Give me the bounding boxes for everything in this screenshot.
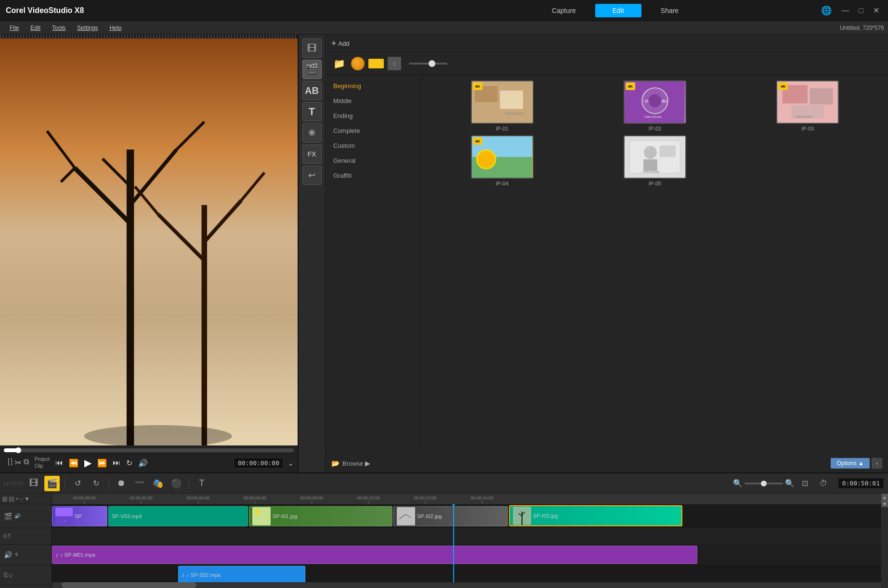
clip-spi02-label: SP-I02.jpg: [417, 513, 442, 519]
zoom-track[interactable]: [744, 483, 783, 484]
plus-icon: +: [15, 496, 19, 502]
tl-redo-btn[interactable]: ↻: [88, 476, 104, 491]
sort-btn[interactable]: ↕: [388, 57, 401, 70]
remove-track-icon[interactable]: ⊟: [9, 495, 14, 503]
zoom-in-btn[interactable]: 🔍: [785, 479, 795, 488]
motion-tool-btn[interactable]: ↩: [302, 166, 322, 185]
thumbnail-ip01[interactable]: 4K VideoStudio IP-01: [428, 80, 576, 131]
options-button[interactable]: Options ▲: [831, 458, 870, 469]
title-tool-btn[interactable]: 🎬: [302, 60, 322, 79]
tl-storyboard-btn[interactable]: 🎞: [26, 476, 41, 491]
collapse-btn[interactable]: ‹: [872, 458, 882, 469]
folder-btn[interactable]: 📁: [331, 56, 347, 71]
tl-timeline-btn[interactable]: 🎬: [44, 476, 60, 491]
forward-end-btn[interactable]: ⏭: [111, 457, 122, 468]
add-track-icon[interactable]: ⊞: [2, 495, 8, 503]
zoom-out-btn[interactable]: 🔍: [733, 479, 743, 488]
clip-spi02[interactable]: SP-I02.jpg: [393, 506, 508, 526]
category-middle[interactable]: Middle: [326, 93, 421, 108]
minimize-btn[interactable]: —: [838, 5, 852, 16]
menu-settings[interactable]: Settings: [71, 23, 104, 33]
thumb-img-ip05: VideoStudio: [624, 135, 686, 179]
clip-spi03[interactable]: SP-I03.jpg: [509, 505, 682, 526]
rewind-start-btn[interactable]: ⏮: [53, 457, 65, 468]
scroll-down-btn[interactable]: ▼: [881, 500, 888, 507]
step-fwd-btn[interactable]: ⏩: [95, 457, 109, 469]
mark-in-btn[interactable]: [: [8, 457, 10, 468]
scrollbar-thumb[interactable]: [62, 582, 196, 588]
loop-btn[interactable]: ↻: [124, 457, 134, 469]
thumbnail-ip03[interactable]: 4K VideoStudio IP-03: [733, 80, 882, 131]
clip-spv03-label: SP-V03.mp4: [112, 513, 142, 519]
type-tool-btn[interactable]: T: [302, 102, 322, 121]
scroll-up-btn[interactable]: ▲: [881, 494, 888, 500]
tl-fit-btn[interactable]: ⊡: [797, 476, 813, 491]
filter-tool-btn[interactable]: ❋: [302, 123, 322, 143]
thumb-corner-ip03: 4K: [778, 82, 788, 90]
category-ending[interactable]: Ending: [326, 108, 421, 123]
volume-btn[interactable]: 🔊: [136, 457, 150, 469]
clip-spv03[interactable]: SP-V03.mp4: [108, 506, 248, 526]
tab-share[interactable]: Share: [643, 4, 696, 17]
timeline-scrollbar[interactable]: [52, 582, 888, 588]
step-back-btn[interactable]: ⏪: [67, 457, 80, 469]
text-tool-btn[interactable]: AB: [302, 81, 322, 100]
browse-expand-btn[interactable]: ▶: [365, 459, 370, 467]
clip-sp[interactable]: ♪ SP: [52, 506, 107, 526]
thumbnail-ip02[interactable]: 4K ·VideoStudio VideoStudio IP-02: [580, 80, 729, 131]
mark-out-btn[interactable]: ]: [11, 457, 13, 468]
vertical-scrollbar[interactable]: ▲ ▼: [881, 494, 888, 588]
add-button[interactable]: + Add: [331, 39, 350, 49]
thumbnail-ip05[interactable]: VideoStudio IP-05: [580, 135, 729, 186]
tool-sidebar: 🎞 🎬 AB T ❋ FX ↩: [299, 35, 326, 472]
close-btn[interactable]: ✕: [870, 5, 882, 16]
category-custom[interactable]: Custom: [326, 138, 421, 153]
video-mute-btn[interactable]: 🔊: [14, 513, 20, 519]
tl-transition-btn[interactable]: 🎭: [150, 476, 166, 491]
slider-track[interactable]: [409, 63, 447, 65]
thumb-label-ip02: IP-02: [649, 126, 661, 131]
globe-icon[interactable]: [351, 57, 365, 70]
maximize-btn[interactable]: □: [856, 5, 866, 16]
clip-spi01[interactable]: SP-I01.jpg: [249, 506, 392, 526]
cut-btn[interactable]: ✂: [14, 457, 22, 468]
yellow-rect-btn[interactable]: [368, 59, 384, 68]
menu-file[interactable]: File: [4, 23, 25, 33]
category-beginning[interactable]: Beginning: [326, 78, 421, 93]
timeline-content: 00:00:00:00 00:00:02:00 00:00:04:00 00:0…: [52, 494, 888, 588]
category-complete[interactable]: Complete: [326, 123, 421, 138]
media-tool-btn[interactable]: 🎞: [302, 39, 322, 58]
tl-undo-btn[interactable]: ↺: [70, 476, 85, 491]
track-labels: ⊞ ⊟ + − ▼ 🎬 🔊 ①T 🔊 🎙: [0, 494, 52, 588]
clip-spi01-label: SP-I01.jpg: [273, 513, 297, 519]
play-btn[interactable]: ▶: [82, 456, 93, 470]
voice-mute-btn[interactable]: 🎙: [14, 552, 19, 557]
arrow-icon: ▼: [24, 496, 30, 502]
timeline-area: 🎞 🎬 ↺ ↻ ⏺ 〰 🎭 ⚫ T 🔍 🔍 ⊡ ⏱ 0:00:50:01 ⊞ ⊟: [0, 472, 888, 588]
time-expand-btn[interactable]: ⌄: [287, 458, 294, 468]
clip-spm01[interactable]: ♪ ♪ SP-M01.mpa: [52, 546, 697, 564]
tl-audio-btn[interactable]: 〰: [132, 476, 147, 491]
menu-edit[interactable]: Edit: [25, 23, 46, 33]
tl-title-btn[interactable]: T: [194, 476, 209, 491]
category-general[interactable]: General: [326, 153, 421, 168]
menu-help[interactable]: Help: [104, 23, 127, 33]
progress-thumb[interactable]: [15, 447, 21, 453]
tab-edit[interactable]: Edit: [595, 4, 641, 17]
playhead[interactable]: [453, 504, 454, 582]
progress-bar[interactable]: [4, 448, 294, 452]
tl-split-btn[interactable]: ⚫: [169, 476, 184, 491]
fx-tool-btn[interactable]: FX: [302, 144, 322, 164]
clip-sps02[interactable]: ♪ ♪ SP-S02.mpa: [178, 566, 305, 582]
preview-svg: [0, 39, 298, 445]
tl-record-btn[interactable]: ⏺: [114, 476, 129, 491]
tl-sep-3: [189, 478, 189, 489]
copy-btn[interactable]: ⧉: [24, 457, 29, 468]
menu-tools[interactable]: Tools: [46, 23, 71, 33]
category-graffiti[interactable]: Graffiti: [326, 168, 421, 183]
tab-capture[interactable]: Capture: [535, 4, 593, 17]
zoom-thumb: [761, 481, 767, 486]
thumbnail-ip04[interactable]: 4K IP-04: [428, 135, 576, 186]
globe-btn[interactable]: 🌐: [818, 4, 835, 17]
tl-clock-btn[interactable]: ⏱: [816, 476, 831, 491]
